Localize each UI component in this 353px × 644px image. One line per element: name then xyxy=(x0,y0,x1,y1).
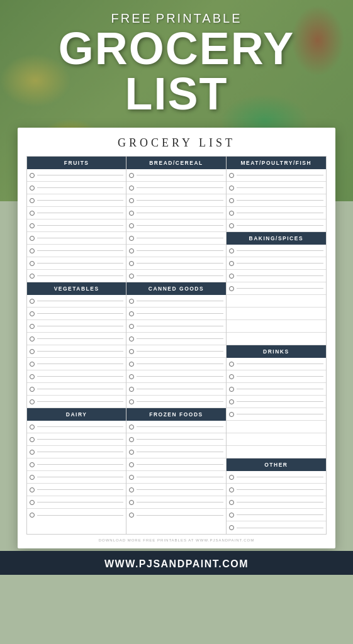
line xyxy=(237,414,323,414)
circle-icon xyxy=(129,324,134,329)
canned-row-1 xyxy=(126,295,225,308)
line xyxy=(37,301,123,301)
line xyxy=(137,338,223,339)
footer-url: WWW.PJSANDPAINT.COM xyxy=(0,558,353,570)
circle-icon xyxy=(30,362,35,367)
circle-icon xyxy=(30,336,35,341)
line xyxy=(37,275,123,276)
bread-row-1 xyxy=(126,169,225,182)
circle-icon xyxy=(30,299,35,304)
bread-row-8 xyxy=(126,257,225,270)
dairy-row-6 xyxy=(27,484,126,496)
circle-icon xyxy=(229,186,234,191)
dairy-header: DAIRY xyxy=(27,408,126,421)
dairy-row-3 xyxy=(27,446,126,458)
circle-icon xyxy=(129,487,134,492)
circle-icon xyxy=(30,374,35,379)
line xyxy=(137,401,223,402)
circle-icon xyxy=(30,475,35,480)
circle-icon xyxy=(30,425,35,430)
line xyxy=(237,175,323,175)
line xyxy=(237,376,323,377)
line xyxy=(137,275,223,276)
circle-icon xyxy=(30,437,35,442)
fruits-row-2 xyxy=(27,182,126,194)
canned-row-8 xyxy=(126,383,225,396)
circle-icon xyxy=(129,311,134,316)
baking-header: BAKING/SPICES xyxy=(227,232,326,245)
other-row-1 xyxy=(227,471,326,484)
circle-icon xyxy=(129,475,134,480)
line xyxy=(37,238,123,238)
circle-icon xyxy=(129,198,134,203)
frozen-row-6 xyxy=(126,484,225,496)
circle-icon xyxy=(129,425,134,430)
circle-icon xyxy=(129,186,134,191)
circle-icon xyxy=(229,286,234,291)
circle-icon xyxy=(229,211,234,216)
circle-icon xyxy=(30,324,35,329)
line xyxy=(137,313,223,314)
line xyxy=(37,389,123,389)
dairy-row-8 xyxy=(27,509,126,521)
spacer-row-3 xyxy=(227,320,326,333)
line xyxy=(37,502,123,502)
header-list-label: LIST xyxy=(13,71,340,116)
dairy-row-5 xyxy=(27,471,126,484)
line xyxy=(237,489,323,490)
line xyxy=(237,187,323,188)
circle-icon xyxy=(30,311,35,316)
canned-row-5 xyxy=(126,345,225,358)
canned-row-9 xyxy=(126,396,225,408)
canned-row-2 xyxy=(126,308,225,320)
line xyxy=(137,263,223,264)
footer-bar: WWW.PJSANDPAINT.COM xyxy=(0,551,353,575)
line xyxy=(237,288,323,289)
circle-icon xyxy=(129,399,134,404)
line xyxy=(137,439,223,440)
line xyxy=(37,175,123,175)
line xyxy=(237,213,323,213)
bread-header: BREAD/CEREAL xyxy=(126,157,225,169)
baking-row-3 xyxy=(227,270,326,282)
fruits-row-6 xyxy=(27,232,126,245)
bread-row-9 xyxy=(126,270,225,282)
line xyxy=(237,502,323,502)
line xyxy=(137,376,223,377)
veg-row-1 xyxy=(27,295,126,308)
frozen-row-3 xyxy=(126,446,225,458)
line xyxy=(137,477,223,477)
veg-row-2 xyxy=(27,308,126,320)
other-row-4 xyxy=(227,509,326,521)
line xyxy=(137,452,223,452)
line xyxy=(37,187,123,188)
circle-icon xyxy=(229,513,234,518)
circle-icon xyxy=(129,336,134,341)
line xyxy=(137,187,223,188)
col-3: MEAT/POULTRY/FISH BAKING/SPICES DRINKS xyxy=(227,157,326,534)
canned-row-3 xyxy=(126,320,225,333)
line xyxy=(137,250,223,251)
line xyxy=(237,225,323,226)
line xyxy=(237,528,323,528)
circle-icon xyxy=(30,186,35,191)
line xyxy=(137,351,223,352)
other-header: OTHER xyxy=(227,458,326,471)
fruits-row-1 xyxy=(27,169,126,182)
circle-icon xyxy=(30,248,35,253)
drinks-row-3 xyxy=(227,383,326,396)
baking-row-2 xyxy=(227,257,326,270)
circle-icon xyxy=(129,374,134,379)
frozen-row-1 xyxy=(126,421,225,433)
circle-icon xyxy=(229,274,234,279)
circle-icon xyxy=(129,500,134,505)
line xyxy=(37,452,123,452)
circle-icon xyxy=(229,362,234,367)
circle-icon xyxy=(129,450,134,455)
circle-icon xyxy=(30,399,35,404)
dairy-row-7 xyxy=(27,496,126,509)
frozen-row-2 xyxy=(126,433,225,446)
circle-icon xyxy=(30,387,35,392)
header-grocery-label: GROCERY xyxy=(13,26,340,71)
circle-icon xyxy=(30,198,35,203)
